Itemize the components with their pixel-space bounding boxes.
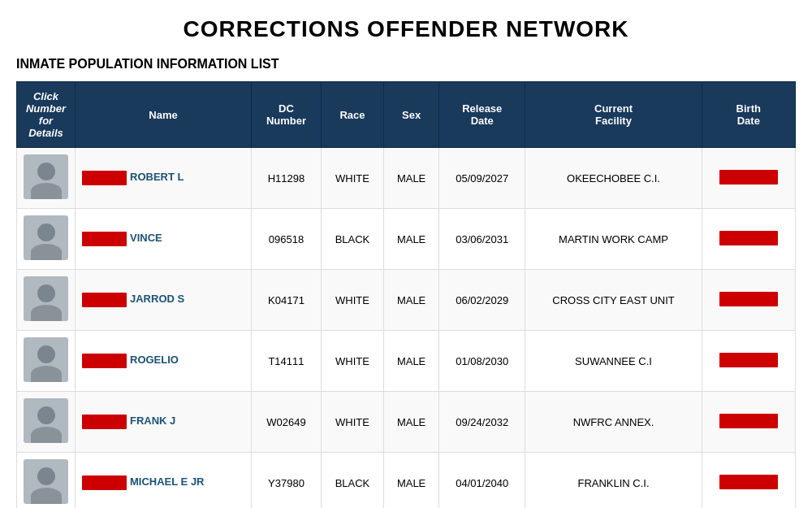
table-row: FRANK JW02649WHITEMALE09/24/2032NWFRC AN… xyxy=(17,392,796,453)
facility-cell: MARTIN WORK CAMP xyxy=(525,209,702,270)
birth-date-cell xyxy=(702,392,795,453)
photo-cell xyxy=(17,453,76,509)
sex-cell: MALE xyxy=(384,392,439,453)
name-cell[interactable]: VINCE xyxy=(76,209,252,270)
sex-cell: MALE xyxy=(384,331,439,392)
redacted-birth-date xyxy=(719,353,778,367)
sex-cell: MALE xyxy=(384,148,439,209)
photo-cell xyxy=(17,270,76,331)
race-cell: BLACK xyxy=(321,209,383,270)
photo-cell xyxy=(17,148,76,209)
facility-cell: NWFRC ANNEX. xyxy=(525,392,702,453)
birth-date-cell xyxy=(702,209,795,270)
facility-cell: SUWANNEE C.I xyxy=(525,331,702,392)
release-date-cell: 09/24/2032 xyxy=(439,392,525,453)
table-row: ROGELIOT14111WHITEMALE01/08/2030SUWANNEE… xyxy=(17,331,796,392)
inmate-name-link[interactable]: MICHAEL E JR xyxy=(130,475,205,488)
race-cell: BLACK xyxy=(321,453,383,509)
col-header-race: Race xyxy=(321,82,383,148)
col-header-birth: BirthDate xyxy=(702,82,795,148)
inmate-name-link[interactable]: VINCE xyxy=(130,232,162,244)
redacted-last-name xyxy=(82,354,127,368)
redacted-birth-date xyxy=(719,231,778,245)
table-body: ROBERT LH11298WHITEMALE05/09/2027OKEECHO… xyxy=(17,148,796,509)
inmate-photo xyxy=(24,337,68,382)
inmate-name-link[interactable]: ROBERT L xyxy=(130,171,184,183)
birth-date-cell xyxy=(702,270,795,331)
photo-cell xyxy=(17,392,76,453)
dc-number-cell: H11298 xyxy=(252,148,322,209)
photo-cell xyxy=(17,209,76,270)
redacted-birth-date xyxy=(719,475,778,489)
table-row: MICHAEL E JRY37980BLACKMALE04/01/2040FRA… xyxy=(17,453,796,509)
race-cell: WHITE xyxy=(321,270,383,331)
col-header-release: ReleaseDate xyxy=(439,82,525,148)
birth-date-cell xyxy=(702,331,795,392)
inmate-name-link[interactable]: ROGELIO xyxy=(130,354,179,366)
release-date-cell: 04/01/2040 xyxy=(439,453,525,509)
release-date-cell: 05/09/2027 xyxy=(439,148,525,209)
col-header-details: Click Numberfor Details xyxy=(17,82,76,148)
name-cell[interactable]: MICHAEL E JR xyxy=(76,453,252,509)
inmate-name-link[interactable]: JARROD S xyxy=(130,293,184,305)
facility-cell: FRANKLIN C.I. xyxy=(525,453,702,509)
table-row: VINCE096518BLACKMALE03/06/2031MARTIN WOR… xyxy=(17,209,796,270)
race-cell: WHITE xyxy=(321,331,383,392)
col-header-name: Name xyxy=(76,82,252,148)
facility-cell: OKEECHOBEE C.I. xyxy=(525,148,702,209)
redacted-last-name xyxy=(82,171,127,185)
race-cell: WHITE xyxy=(321,148,383,209)
name-cell[interactable]: JARROD S xyxy=(76,270,252,331)
name-cell[interactable]: FRANK J xyxy=(76,392,252,453)
inmate-name-link[interactable]: FRANK J xyxy=(130,415,175,427)
col-header-dc: DCNumber xyxy=(252,82,322,148)
inmate-photo xyxy=(24,215,68,260)
inmate-photo xyxy=(24,276,68,321)
dc-number-cell: K04171 xyxy=(252,270,322,331)
redacted-last-name xyxy=(82,475,127,490)
inmate-photo xyxy=(24,154,68,199)
inmate-table: Click Numberfor Details Name DCNumber Ra… xyxy=(16,81,796,508)
table-header: Click Numberfor Details Name DCNumber Ra… xyxy=(17,82,796,148)
dc-number-cell: W02649 xyxy=(252,392,322,453)
dc-number-cell: Y37980 xyxy=(252,453,322,509)
col-header-facility: CurrentFacility xyxy=(525,82,702,148)
sex-cell: MALE xyxy=(384,270,439,331)
release-date-cell: 06/02/2029 xyxy=(439,270,525,331)
release-date-cell: 03/06/2031 xyxy=(439,209,525,270)
redacted-last-name xyxy=(82,232,127,246)
inmate-photo xyxy=(24,398,68,443)
photo-cell xyxy=(17,331,76,392)
dc-number-cell: 096518 xyxy=(252,209,322,270)
page-title: CORRECTIONS OFFENDER NETWORK xyxy=(16,16,796,42)
dc-number-cell: T14111 xyxy=(252,331,322,392)
release-date-cell: 01/08/2030 xyxy=(439,331,525,392)
sex-cell: MALE xyxy=(384,209,439,270)
redacted-last-name xyxy=(82,293,127,307)
redacted-last-name xyxy=(82,415,127,429)
birth-date-cell xyxy=(702,453,795,509)
race-cell: WHITE xyxy=(321,392,383,453)
sex-cell: MALE xyxy=(384,453,439,509)
redacted-birth-date xyxy=(719,292,778,306)
birth-date-cell xyxy=(702,148,795,209)
table-row: JARROD SK04171WHITEMALE06/02/2029CROSS C… xyxy=(17,270,796,331)
col-header-sex: Sex xyxy=(384,82,439,148)
redacted-birth-date xyxy=(719,170,778,185)
table-row: ROBERT LH11298WHITEMALE05/09/2027OKEECHO… xyxy=(17,148,796,209)
name-cell[interactable]: ROBERT L xyxy=(76,148,252,209)
page-subtitle: INMATE POPULATION INFORMATION LIST xyxy=(16,57,796,72)
inmate-photo xyxy=(24,459,68,504)
facility-cell: CROSS CITY EAST UNIT xyxy=(525,270,702,331)
name-cell[interactable]: ROGELIO xyxy=(76,331,252,392)
redacted-birth-date xyxy=(719,414,778,428)
